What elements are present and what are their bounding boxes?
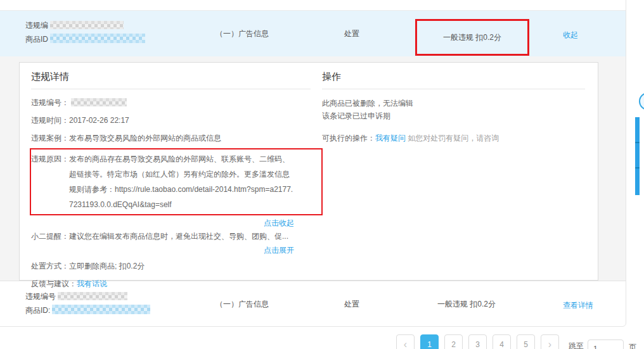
view-detail-link[interactable]: 查看详情 — [563, 300, 593, 310]
expand-reminder-link[interactable]: 点击展开 — [264, 246, 294, 255]
prev-page-button[interactable]: ‹ — [396, 334, 415, 349]
top-divider-strip — [0, 0, 626, 11]
next-page-button[interactable]: › — [541, 334, 559, 349]
page-button-2[interactable]: 2 — [444, 334, 463, 349]
exec-operation-hint: 如您对处罚有疑问，请咨询 — [408, 134, 499, 143]
staff-reminder: 小二提醒：建议您在编辑发布商品信息时，避免出现社交、导购、团购、促... — [31, 230, 311, 243]
violation-category: （一）广告信息 — [216, 29, 269, 39]
collapse-record-link[interactable]: 收起 — [563, 30, 578, 40]
penalty-highlight-box: 一般违规 扣0.2分 — [415, 19, 529, 56]
jump-page-input[interactable] — [588, 339, 624, 349]
product-id-label: 商品ID — [25, 35, 48, 44]
page-button-1[interactable]: 1 — [420, 334, 439, 349]
page-button-4[interactable]: 4 — [493, 334, 511, 349]
redacted-product-id-link[interactable] — [50, 34, 145, 43]
pagination: ‹ 1 2 3 4 5 › 跳至 页 — [396, 334, 636, 349]
action-label: 处置 — [344, 29, 359, 39]
violation-reason-highlight-box: 违规原因： 发布的商品存在易导致交易风险的外部网站、联系账号、二维码、超链接等。… — [30, 148, 323, 215]
jump-page-suffix: 页 — [629, 342, 636, 349]
record-row-expanded: 违规编 商品ID （一）广告信息 处置 一般违规 扣0.2分 收起 — [0, 11, 626, 56]
violation-id-label: 违规编 — [25, 21, 48, 30]
have-question-link[interactable]: 我有疑问 — [375, 134, 406, 143]
operation-title: 操作 — [322, 63, 585, 89]
action-label: 处置 — [344, 299, 359, 309]
redacted-product-id-link[interactable] — [52, 305, 150, 314]
violation-category: （一）广告信息 — [216, 299, 269, 309]
feedback-label: 反馈与建议： — [31, 279, 77, 288]
floating-toolbar[interactable] — [635, 117, 640, 195]
floating-helper-icon[interactable] — [639, 92, 644, 110]
redacted-violation-id — [50, 21, 124, 29]
operation-column: 操作 此商品已被删除，无法编辑 该条记录已过申诉期 可执行的操作：我有疑问 如您… — [311, 63, 598, 280]
exec-operation-label: 可执行的操作： — [322, 134, 375, 143]
violation-reason-text: 发布的商品存在易导致交易风险的外部网站、联系账号、二维码、超链接等。特定市场（如… — [69, 151, 295, 212]
appeal-expired-text: 该条记录已过申诉期 — [322, 110, 585, 122]
violation-detail-panel: 违规详情 违规编号： 违规时间：2017-02-26 22:17 违规案例：发布… — [19, 62, 598, 281]
product-id-label: 商品ID: — [25, 306, 50, 315]
violation-time: 违规时间：2017-02-26 22:17 — [31, 113, 311, 128]
violation-case: 违规案例：发布易导致交易风险的外部网站的商品或信息 — [31, 130, 311, 146]
deleted-status-text: 此商品已被删除，无法编辑 — [322, 97, 585, 110]
collapse-reason-link[interactable]: 点击收起 — [264, 219, 294, 227]
reason-label: 违规原因： — [31, 151, 69, 212]
violation-records-screen: 违规编 商品ID （一）广告信息 处置 一般违规 扣0.2分 收起 违规详情 违… — [0, 0, 644, 349]
redacted-detail-violation-id — [71, 98, 127, 106]
feedback-link[interactable]: 我有话说 — [77, 279, 107, 288]
disposal-method: 处置方式：立即删除商品; 扣0.2分 — [31, 258, 311, 274]
violation-detail-column: 违规详情 违规编号： 违规时间：2017-02-26 22:17 违规案例：发布… — [20, 63, 311, 280]
violation-no-label: 违规编号： — [31, 98, 69, 107]
page-button-3[interactable]: 3 — [468, 334, 487, 349]
record-ids: 违规编号 商品ID: — [25, 289, 150, 317]
penalty-text: 一般违规 扣0.2分 — [443, 32, 501, 43]
jump-to-label: 跳至 — [569, 341, 584, 349]
redacted-violation-id — [58, 292, 127, 300]
violation-id-label: 违规编号 — [25, 292, 56, 301]
penalty-text: 一般违规 扣0.2分 — [437, 299, 496, 309]
page-button-5[interactable]: 5 — [517, 334, 535, 349]
record-ids: 违规编 商品ID — [25, 18, 145, 46]
detail-title: 违规详情 — [31, 63, 311, 89]
